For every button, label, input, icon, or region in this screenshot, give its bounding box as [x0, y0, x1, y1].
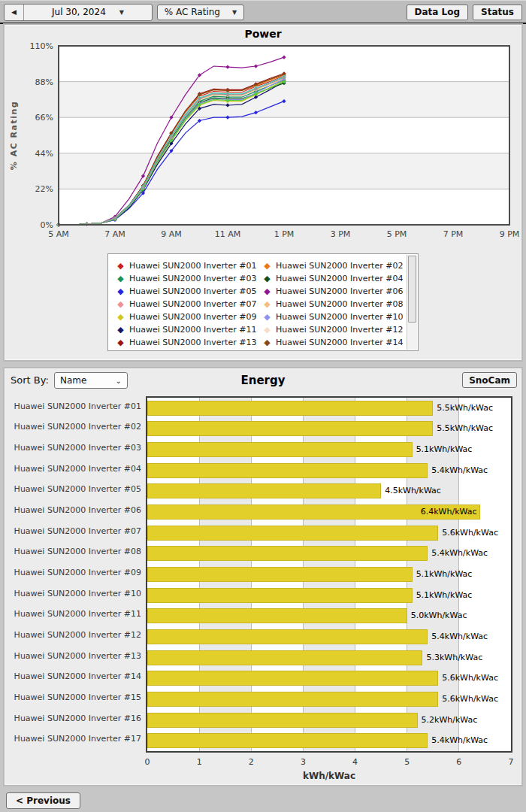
legend-item-label: Huawei SUN2000 Inverter #02 — [276, 261, 403, 271]
energy-plot-area: 5.5kWh/kWac5.5kWh/kWac5.1kWh/kWac5.4kWh/… — [146, 396, 512, 753]
energy-x-tick-label: 2 — [249, 757, 254, 767]
plot-band — [59, 153, 509, 189]
x-axis-tick-label: 11 AM — [215, 229, 241, 239]
energy-row-label: Huawei SUN2000 Inverter #16 — [5, 714, 141, 723]
y-axis-tick-label: 88% — [35, 77, 53, 87]
legend-item[interactable]: ◆Huawei SUN2000 Inverter #02 — [262, 259, 404, 272]
energy-header: Sort By: Name ⌄ Energy SnoCam — [5, 372, 521, 392]
energy-x-tick-label: 0 — [145, 757, 150, 767]
energy-x-tick-label: 4 — [352, 757, 358, 767]
chevron-down-icon: ▼ — [232, 9, 237, 16]
energy-bar-value: 5.3kWh/kWac — [426, 650, 482, 665]
energy-x-tick-label: 7 — [509, 757, 514, 767]
status-button[interactable]: Status — [473, 5, 522, 20]
energy-bar-value: 4.5kWh/kWac — [385, 483, 441, 498]
previous-day-button[interactable]: ◀ — [5, 5, 24, 20]
legend-item[interactable]: ◆Huawei SUN2000 Inverter #14 — [262, 336, 404, 349]
legend-marker-icon: ◆ — [262, 326, 272, 334]
energy-row-label: Huawei SUN2000 Inverter #13 — [5, 651, 141, 661]
energy-row-label: Huawei SUN2000 Inverter #05 — [5, 484, 141, 494]
energy-row-label: Huawei SUN2000 Inverter #07 — [5, 526, 141, 536]
legend-item-label: Huawei SUN2000 Inverter #08 — [276, 299, 403, 309]
legend-marker-icon: ◆ — [116, 287, 125, 295]
energy-x-tick-label: 5 — [404, 757, 410, 767]
energy-bar — [147, 526, 438, 541]
energy-row-label: Huawei SUN2000 Inverter #14 — [5, 671, 141, 681]
energy-row-label: Huawei SUN2000 Inverter #01 — [5, 401, 141, 411]
date-label: Jul 30, 2024 — [52, 7, 106, 17]
energy-bar-value: 5.1kWh/kWac — [416, 588, 473, 603]
snocam-button[interactable]: SnoCam — [462, 372, 517, 388]
legend-item-label: Huawei SUN2000 Inverter #14 — [276, 338, 403, 347]
legend-item[interactable]: ◆Huawei SUN2000 Inverter #08 — [262, 298, 404, 311]
legend-item[interactable]: ◆Huawei SUN2000 Inverter #04 — [262, 272, 404, 285]
energy-row-label: Huawei SUN2000 Inverter #10 — [5, 589, 141, 598]
legend-item-label: Huawei SUN2000 Inverter #13 — [129, 338, 256, 347]
legend-item[interactable]: ◆Huawei SUN2000 Inverter #10 — [262, 311, 404, 323]
legend-marker-icon: ◆ — [262, 338, 272, 347]
energy-bar — [147, 546, 428, 561]
legend-item[interactable]: ◆Huawei SUN2000 Inverter #12 — [262, 323, 404, 336]
y-axis-title: % AC Rating — [9, 101, 19, 170]
legend-marker-icon: ◆ — [262, 274, 272, 283]
energy-bar — [147, 442, 413, 457]
energy-row-label: Huawei SUN2000 Inverter #11 — [5, 609, 141, 619]
energy-x-tick-label: 3 — [301, 757, 306, 767]
date-dropdown[interactable]: Jul 30, 2024 ▼ — [24, 5, 152, 20]
energy-bar — [147, 483, 381, 498]
energy-bar-value: 5.4kWh/kWac — [431, 463, 488, 478]
x-axis-tick-label: 1 PM — [274, 229, 295, 239]
legend-marker-icon: ◆ — [116, 313, 125, 321]
energy-bar — [147, 567, 413, 582]
legend-scrollbar[interactable] — [407, 255, 417, 350]
x-axis-tick-label: 5 PM — [387, 229, 407, 239]
x-axis-tick-label: 3 PM — [331, 229, 351, 239]
power-chart-svg: 0%22%44%66%88%110%5 AM7 AM9 AM11 AM1 PM3… — [5, 40, 521, 247]
metric-dropdown[interactable]: % AC Rating ▼ — [157, 5, 244, 20]
legend-item[interactable]: ◆Huawei SUN2000 Inverter #01 — [116, 259, 258, 272]
previous-page-button[interactable]: < Previous — [6, 792, 80, 809]
energy-bar — [147, 671, 438, 686]
energy-bar-value: 6.4kWh/kWac — [421, 504, 477, 520]
energy-x-tick-label: 1 — [197, 757, 202, 767]
legend-item[interactable]: ◆Huawei SUN2000 Inverter #13 — [116, 336, 258, 349]
legend-item-label: Huawei SUN2000 Inverter #04 — [276, 274, 403, 283]
legend-item[interactable]: ◆Huawei SUN2000 Inverter #05 — [116, 285, 258, 298]
energy-row-label: Huawei SUN2000 Inverter #17 — [5, 734, 141, 744]
legend-item-label: Huawei SUN2000 Inverter #10 — [276, 312, 403, 322]
y-axis-tick-label: 110% — [30, 41, 53, 51]
x-axis-tick-label: 7 AM — [104, 229, 125, 239]
energy-row-label: Huawei SUN2000 Inverter #09 — [5, 568, 141, 577]
power-chart-title: Power — [5, 25, 521, 40]
energy-bar-value: 5.1kWh/kWac — [416, 442, 473, 457]
energy-bar-value: 5.5kWh/kWac — [437, 401, 493, 416]
legend-item[interactable]: ◆Huawei SUN2000 Inverter #03 — [116, 272, 258, 285]
energy-bar-value: 5.6kWh/kWac — [442, 526, 498, 541]
legend-item[interactable]: ◆Huawei SUN2000 Inverter #07 — [116, 298, 258, 311]
legend-marker-icon: ◆ — [116, 326, 125, 334]
energy-bar-value: 5.0kWh/kWac — [411, 608, 467, 623]
energy-bar-value: 5.4kWh/kWac — [431, 733, 488, 748]
energy-bar-value: 5.1kWh/kWac — [416, 567, 473, 582]
legend-item[interactable]: ◆Huawei SUN2000 Inverter #09 — [116, 311, 258, 323]
energy-panel: Sort By: Name ⌄ Energy SnoCam 5.5kWh/kWa… — [3, 367, 523, 786]
legend-item[interactable]: ◆Huawei SUN2000 Inverter #06 — [262, 285, 404, 298]
energy-bar-value: 5.5kWh/kWac — [437, 421, 493, 436]
energy-x-axis-title: kWh/kWac — [303, 771, 355, 781]
energy-x-tick-label: 6 — [456, 757, 461, 767]
energy-row-label: Huawei SUN2000 Inverter #03 — [5, 443, 141, 453]
energy-bar — [147, 650, 422, 665]
power-legend: ◆Huawei SUN2000 Inverter #01◆Huawei SUN2… — [107, 253, 419, 351]
x-axis-tick-label: 9 AM — [161, 229, 182, 239]
energy-row-label: Huawei SUN2000 Inverter #08 — [5, 547, 141, 556]
energy-bar-value: 5.4kWh/kWac — [431, 546, 488, 561]
data-log-button[interactable]: Data Log — [407, 5, 469, 20]
x-axis-tick-label: 7 PM — [443, 229, 464, 239]
legend-scrollbar-thumb[interactable] — [408, 256, 416, 323]
legend-item[interactable]: ◆Huawei SUN2000 Inverter #11 — [116, 323, 258, 336]
y-axis-tick-label: 44% — [35, 149, 53, 159]
legend-item-label: Huawei SUN2000 Inverter #11 — [129, 325, 256, 335]
energy-bar — [147, 608, 407, 623]
legend-marker-icon: ◆ — [116, 274, 125, 283]
legend-item-label: Huawei SUN2000 Inverter #01 — [129, 261, 256, 271]
